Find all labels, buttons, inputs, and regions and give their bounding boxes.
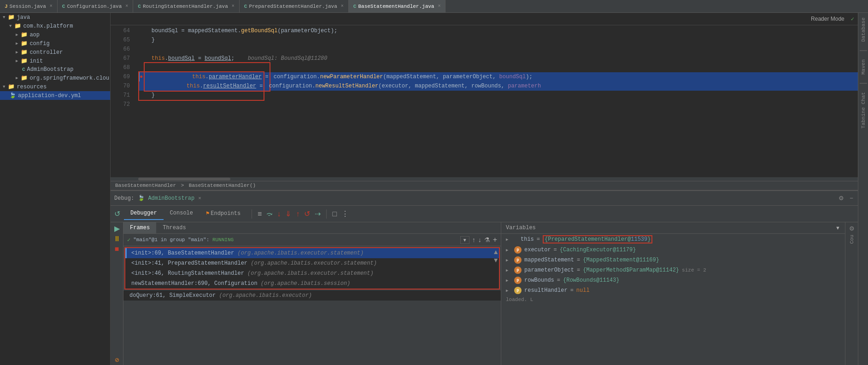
frames-tab[interactable]: Frames [123,222,156,233]
line-num-70: 70 [111,81,130,91]
debug-close-btn[interactable]: × [198,196,201,201]
var-item-executor[interactable]: ▶ p executor = {CachingExecutor@11179} [501,245,845,255]
tab-close-configuration[interactable]: × [125,4,128,9]
thread-down-button[interactable]: ↓ [478,236,481,243]
code-line-65: } [138,35,858,45]
var-chevron-param: ▶ [506,268,511,273]
var-item-resulthandler[interactable]: ▶ p resultHandler = null [501,285,845,295]
breadcrumb-part2: BaseStatementHandler() [189,183,256,188]
frame-item-2[interactable]: <init>:41, PreparedStatementHandler (org… [125,258,499,268]
sidebar-item-label: AdminBootstrap [27,66,74,73]
maven-label[interactable]: Maven [861,57,866,77]
show-execution-point-button[interactable]: ≡ [257,209,263,219]
thread-add-button[interactable]: + [493,236,497,244]
sidebar-item-springframework[interactable]: ▶ 📁 org.springframework.clou [0,74,110,82]
line-numbers: 64 65 66 67 68 →69 70 71 72 [111,25,134,177]
reader-mode-bar: Reader Mode ✓ [111,13,858,25]
restart-button[interactable]: ↺ [113,209,121,219]
tab-configuration[interactable]: C Configuration.java × [58,0,133,12]
debug-body: ▶ ⏸ ■ ⊘ Frames Threads ✓ [111,222,858,365]
database-label[interactable]: Database [861,15,866,45]
debug-app-label: 🍃 AdminBootstrap [138,195,194,202]
tab-icon-base: C [353,4,357,9]
sidebar-item-resources[interactable]: ▼ 📁 resources [0,82,110,91]
sidebar-item-label: resources [17,84,47,90]
trace-current-stream-button[interactable]: ⋮ [340,209,350,219]
frames-scroll-up[interactable]: ▲ [493,248,499,255]
mute-breakpoints-button[interactable]: ⊘ [115,357,119,363]
tab-close-base[interactable]: × [438,4,440,9]
frame-item-4[interactable]: newStatementHandler:690, Configuration (… [125,278,499,289]
tab-close-prepared[interactable]: × [341,4,344,9]
sidebar-item-aop[interactable]: ▶ 📁 aop [0,30,110,39]
force-step-into-button[interactable]: ⇓ [284,209,292,219]
sidebar-item-java[interactable]: ▼ 📁 java [0,13,110,22]
evaluate-expression-button[interactable]: □ [331,209,338,219]
frame-text-4: newStatementHandler:690, Configuration (… [131,280,350,287]
sidebar-item-controller[interactable]: ▶ 📁 controller [0,48,110,57]
frame-item-5[interactable]: doQuery:61, SimpleExecutor (org.apache.i… [123,290,501,301]
file-icon-yaml: 🍃 [9,92,16,99]
tab-close-session[interactable]: × [50,4,53,9]
var-val-executor: {CachingExecutor@11179} [560,247,636,253]
debug-controls-bar: ↺ Debugger Console ⚑Endpoints ≡ ⤼ ↓ ⇓ ↑ … [111,206,858,222]
debug-tab-console[interactable]: Console [164,208,199,220]
thread-up-button[interactable]: ↑ [472,236,475,243]
chevron-icon: ▼ [3,15,5,20]
var-item-rowbounds[interactable]: ▶ p rowBounds = {RowBounds@11143} [501,275,845,285]
frame-item-1[interactable]: <init>:69, BaseStatementHandler (org.apa… [125,248,499,258]
var-name-executor: executor [524,247,551,253]
var-val-result: null [576,287,590,294]
var-item-mappedstatement[interactable]: ▶ p mappedStatement = {MappedStatement@1… [501,255,845,265]
tab-routing[interactable]: C RoutingStatementHandler.java × [133,0,239,12]
var-eq-row: = [557,277,560,284]
tab-session[interactable]: J Session.java × [0,0,58,12]
debug-tab-debugger[interactable]: Debugger [124,208,164,220]
debug-settings-button[interactable]: ⚙ [838,194,845,203]
line-num-72: 72 [111,100,130,109]
var-item-this[interactable]: ▶ this = {PreparedStatementHandler@11539… [501,234,845,245]
variables-expand-button[interactable]: ▼ [835,225,840,231]
threads-tab[interactable]: Threads [156,222,192,233]
pause-button[interactable]: ⏸ [113,235,121,243]
thread-status: "main"@1 in group "main": RUNNING [133,237,457,243]
variables-settings-button[interactable]: ⚙ [848,224,856,233]
sidebar-item-appdev[interactable]: 🍃 application-dev.yml [0,91,110,100]
tab-base[interactable]: C BaseStatementHandler.java × [349,0,446,12]
sidebar-item-config[interactable]: ▶ 📁 config [0,39,110,48]
var-name-this: this [521,236,534,243]
horizontal-scrollbar[interactable] [111,177,858,181]
step-into-button[interactable]: ↓ [276,209,282,219]
code-line-70: this.resultSetHandler = configuration.ne… [138,81,858,91]
var-item-parameterobject[interactable]: ▶ p parameterObject = {MapperMethod$Para… [501,265,845,275]
thread-dropdown-button[interactable]: ▼ [460,236,469,244]
folder-icon-controller: 📁 [21,49,28,56]
resume-button[interactable]: ▶ [114,224,120,233]
var-chevron-result: ▶ [506,288,511,293]
var-name-result: resultHandler [524,287,568,294]
stop-button[interactable]: ■ [115,245,119,253]
frame-item-3[interactable]: <init>:46, RoutingStatementHandler (org.… [125,268,499,278]
debug-panel: Debug: 🍃 AdminBootstrap × ⚙ − ↺ Debugger… [111,190,858,365]
sidebar-item-init[interactable]: ▶ 📁 init [0,57,110,65]
sidebar-item-label: com.hx.platform [23,23,73,29]
drop-frame-button[interactable]: ↺ [303,209,311,219]
line-num-66: 66 [111,45,130,54]
run-to-cursor-button[interactable]: ⇢ [314,209,322,219]
debug-tab-endpoints[interactable]: ⚑Endpoints [199,208,247,220]
chevron-icon-spring: ▶ [16,75,18,81]
tab-prepared[interactable]: C PreparedStatementHandler.java × [240,0,349,12]
frames-scroll-down[interactable]: ▼ [493,256,499,264]
step-out-button[interactable]: ↑ [295,209,300,219]
step-over-button[interactable]: ⤼ [265,209,273,219]
endpoints-icon: ⚑ [206,210,209,217]
tabnine-label[interactable]: Tabnine Chat [861,89,866,131]
sidebar-item-adminbootstrap[interactable]: C AdminBootstrap [0,65,110,74]
file-tree: ▼ 📁 java ▼ 📁 com.hx.platform ▶ 📁 aop ▶ 📁… [0,13,111,365]
sidebar-item-com[interactable]: ▼ 📁 com.hx.platform [0,22,110,30]
frame-text-1: <init>:69, BaseStatementHandler (org.apa… [131,250,364,256]
tab-close-routing[interactable]: × [232,4,235,9]
reader-mode-button[interactable]: Reader Mode [808,15,847,23]
debug-minimize-button[interactable]: − [849,194,854,203]
thread-filter-button[interactable]: ⚗ [484,236,490,243]
